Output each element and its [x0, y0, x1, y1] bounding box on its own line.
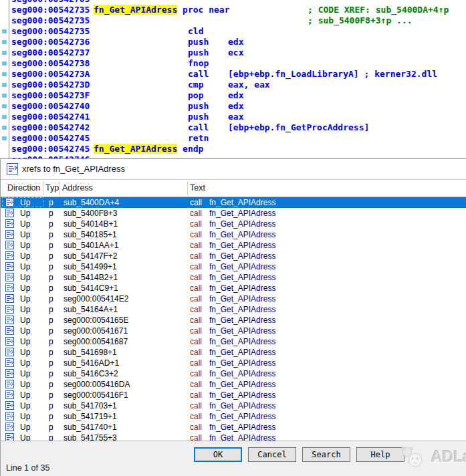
column-separator[interactable] — [43, 181, 43, 195]
disasm-line[interactable]: seg000:00542735; sub_5400F8+3↑p ... — [0, 15, 466, 26]
xrefs-dialog: xrefs to fn_Get_APIAdress Direction Typ … — [0, 158, 466, 476]
cell-direction: Up — [20, 411, 30, 422]
cell-direction: Up — [20, 261, 30, 272]
column-header-address[interactable]: Address — [62, 183, 93, 193]
column-separator[interactable] — [59, 181, 60, 195]
xref-row[interactable]: Uppseg000:0054165Ecallfn_Get_APIAdress — [1, 315, 466, 326]
disasm-line[interactable]: seg000:00542742call[ebp+ebp.fn_GetProcAd… — [0, 122, 466, 133]
xref-dialog-icon — [7, 163, 18, 174]
dialog-button-strip: OK Cancel Search Help ADLab Line 1 of 35 — [1, 441, 466, 476]
column-header-type[interactable]: Typ — [45, 183, 59, 193]
xref-row[interactable]: Uppsub_541499+1callfn_Get_APIAdress — [1, 261, 466, 272]
xref-comment: ; CODE XREF: sub_5400DA+4↑p — [308, 5, 449, 15]
function-label: fn_Get_APIAdress endp — [94, 144, 203, 154]
highlighted-name[interactable]: fn_Get_APIAdress — [94, 144, 177, 154]
xref-row[interactable]: Uppsub_5416C3+2callfn_Get_APIAdress — [1, 368, 466, 379]
adlab-logo-icon — [398, 445, 429, 469]
disasm-line[interactable]: seg000:00542735fn_Get_APIAdress proc nea… — [0, 5, 466, 15]
xref-row[interactable]: Uppseg000:00541687callfn_Get_APIAdress — [1, 336, 466, 347]
column-header-direction[interactable]: Direction — [7, 183, 40, 193]
xref-icon — [5, 273, 14, 281]
xref-row[interactable]: Uppsub_5400DA+4callfn_Get_APIAdress — [1, 197, 466, 208]
xref-row[interactable]: Uppsub_5414B2+1callfn_Get_APIAdress — [1, 272, 466, 283]
cell-direction: Up — [20, 283, 30, 293]
line-address: seg000:00542742 — [11, 122, 90, 133]
xref-row[interactable]: Uppsub_54147F+2callfn_Get_APIAdress — [1, 251, 466, 261]
cell-type: p — [49, 197, 53, 208]
cell-direction: Up — [20, 208, 30, 219]
disasm-line[interactable]: seg000:00542745fn_Get_APIAdress endp — [0, 144, 466, 154]
column-header-text[interactable]: Text — [190, 183, 205, 193]
xref-icon — [5, 401, 14, 410]
cell-type: p — [49, 411, 53, 422]
disasm-line[interactable]: seg000:00542735cld — [0, 26, 466, 37]
cell-mnemonic: call — [190, 358, 202, 368]
mnemonic: fnop — [188, 58, 209, 69]
cell-type: p — [49, 219, 53, 229]
operands: edx — [228, 90, 243, 101]
xref-row[interactable]: Uppsub_540185+1callfn_Get_APIAdress — [1, 229, 466, 240]
cell-target: fn_Get_APIAdress — [209, 326, 275, 336]
cell-target: fn_Get_APIAdress — [209, 251, 275, 261]
line-address: seg000:0054273A — [11, 69, 90, 80]
xref-row[interactable]: Uppsub_541740+1callfn_Get_APIAdress — [1, 422, 466, 433]
disasm-line[interactable]: seg000:00542705 — [0, 0, 466, 5]
xref-row[interactable]: Uppseg000:005416DAcallfn_Get_APIAdress — [1, 379, 466, 390]
disasm-line[interactable]: seg000:00542736pushedx — [0, 37, 466, 47]
cell-mnemonic: call — [190, 347, 202, 358]
cell-type: p — [49, 379, 53, 390]
cancel-button[interactable]: Cancel — [248, 447, 296, 462]
cell-direction: Up — [20, 433, 30, 441]
highlighted-name[interactable]: fn_Get_APIAdress — [94, 5, 177, 15]
xref-row[interactable]: Uppsub_5400F8+3callfn_Get_APIAdress — [1, 208, 466, 219]
line-address: seg000:00542736 — [11, 37, 90, 47]
line-address: seg000:00542745 — [11, 144, 90, 154]
xref-row[interactable]: Uppsub_5401AA+1callfn_Get_APIAdress — [1, 240, 466, 251]
search-button[interactable]: Search — [302, 447, 350, 462]
xref-row[interactable]: Uppsub_541719+1callfn_Get_APIAdress — [1, 411, 466, 422]
xref-icon — [5, 230, 14, 239]
disasm-line[interactable]: seg000:0054273Fpopedx — [0, 90, 466, 101]
cell-address: sub_5401AA+1 — [64, 240, 118, 251]
disassembly-view[interactable]: seg000:00542705seg000:00542735fn_Get_API… — [0, 0, 466, 158]
cell-address: sub_54164A+1 — [64, 304, 118, 315]
xref-row[interactable]: Uppsub_541755+3callfn_Get_APIAdress — [1, 433, 466, 441]
disasm-line[interactable]: seg000:0054273Acall[ebp+ebp.fn_LoadLibra… — [0, 69, 466, 80]
cell-mnemonic: call — [190, 283, 202, 293]
cell-target: fn_Get_APIAdress — [209, 261, 275, 272]
disasm-line[interactable]: seg000:0054273Dcmpeax, eax — [0, 80, 466, 90]
margin-dot — [2, 94, 7, 98]
column-separator[interactable] — [187, 181, 188, 195]
cell-target: fn_Get_APIAdress — [209, 400, 275, 411]
xref-row[interactable]: Uppseg000:005414E2callfn_Get_APIAdress — [1, 293, 466, 304]
xref-row[interactable]: Uppsub_5416AD+1callfn_Get_APIAdress — [1, 358, 466, 368]
xref-table[interactable]: Uppsub_5400DA+4callfn_Get_APIAdressUppsu… — [1, 197, 466, 441]
cell-type: p — [49, 433, 53, 441]
cell-address: sub_541698+1 — [64, 347, 117, 358]
line-address: seg000:00542740 — [11, 101, 90, 112]
cell-type: p — [49, 347, 53, 358]
xref-row[interactable]: Uppseg000:00541671callfn_Get_APIAdress — [1, 326, 466, 336]
cell-type: p — [49, 422, 53, 433]
margin-dot — [2, 126, 7, 130]
xref-row[interactable]: Uppsub_5414C9+1callfn_Get_APIAdress — [1, 283, 466, 293]
xref-row[interactable]: Uppsub_54014B+1callfn_Get_APIAdress — [1, 219, 466, 229]
xref-row[interactable]: Uppsub_54164A+1callfn_Get_APIAdress — [1, 304, 466, 315]
xref-icon — [5, 251, 14, 260]
disasm-line[interactable]: seg000:00542741pusheax — [0, 112, 466, 122]
disasm-line[interactable]: seg000:00542737pushecx — [0, 47, 466, 58]
ida-window: seg000:00542705seg000:00542735fn_Get_API… — [0, 0, 466, 476]
cell-mnemonic: call — [190, 240, 202, 251]
xref-row[interactable]: Uppsub_541698+1callfn_Get_APIAdress — [1, 347, 466, 358]
disasm-line[interactable]: seg000:00542740pushedx — [0, 101, 466, 112]
cell-type: p — [49, 229, 53, 240]
disasm-line[interactable]: seg000:00542738fnop — [0, 58, 466, 69]
cell-address: sub_541499+1 — [64, 261, 117, 272]
cell-mnemonic: call — [190, 379, 202, 390]
xref-row[interactable]: Uppseg000:005416F1callfn_Get_APIAdress — [1, 390, 466, 400]
disasm-line[interactable]: seg000:00542745retn — [0, 133, 466, 144]
ok-button[interactable]: OK — [194, 447, 242, 462]
cell-address: sub_540185+1 — [64, 229, 117, 240]
xref-row[interactable]: Uppsub_541703+1callfn_Get_APIAdress — [1, 400, 466, 411]
dialog-titlebar[interactable]: xrefs to fn_Get_APIAdress — [1, 159, 466, 179]
